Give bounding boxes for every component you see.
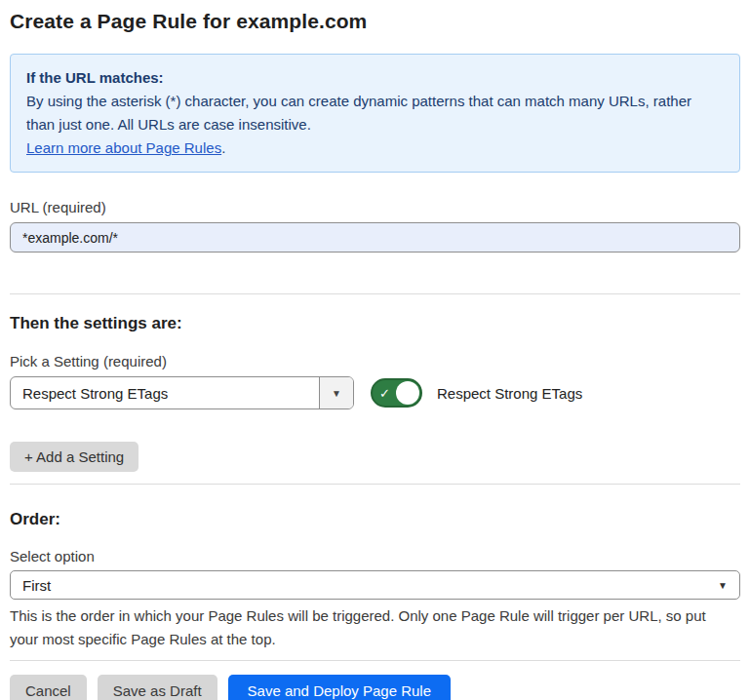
etags-toggle-label: Respect Strong ETags (437, 385, 582, 402)
url-match-info-box: If the URL matches: By using the asteris… (10, 54, 740, 173)
url-field-label: URL (required) (10, 199, 740, 215)
info-box-link-row: Learn more about Page Rules. (26, 136, 724, 160)
setting-combobox[interactable]: Respect Strong ETags ▼ (10, 376, 354, 409)
order-select-label: Select option (10, 548, 740, 564)
save-as-draft-button[interactable]: Save as Draft (98, 675, 217, 700)
info-box-text: By using the asterisk (*) character, you… (26, 93, 691, 133)
order-select[interactable]: First ▼ (10, 570, 740, 600)
cancel-button[interactable]: Cancel (10, 675, 87, 700)
section-divider (10, 484, 740, 485)
settings-section-heading: Then the settings are: (10, 314, 740, 333)
etags-toggle[interactable]: ✓ (371, 378, 422, 408)
add-setting-button[interactable]: + Add a Setting (10, 442, 138, 472)
toggle-knob (396, 381, 419, 405)
chevron-down-icon: ▼ (718, 580, 728, 591)
section-divider (10, 293, 740, 294)
learn-more-link[interactable]: Learn more about Page Rules (26, 139, 221, 156)
page-title: Create a Page Rule for example.com (10, 10, 740, 33)
save-and-deploy-button[interactable]: Save and Deploy Page Rule (228, 675, 451, 700)
order-help-text: This is the order in which your Page Rul… (10, 604, 736, 651)
url-input[interactable] (10, 222, 740, 253)
setting-combobox-arrow-button[interactable]: ▼ (319, 377, 353, 408)
order-select-value: First (22, 577, 51, 594)
footer-actions: Cancel Save as Draft Save and Deploy Pag… (10, 675, 740, 700)
info-box-heading: If the URL matches: (26, 66, 724, 90)
setting-row: Respect Strong ETags ▼ ✓ Respect Strong … (10, 376, 740, 409)
info-box-body: By using the asterisk (*) character, you… (26, 90, 724, 136)
order-section-heading: Order: (10, 510, 740, 529)
link-suffix-period: . (221, 139, 225, 156)
pick-setting-label: Pick a Setting (required) (10, 353, 740, 369)
check-icon: ✓ (379, 387, 390, 400)
setting-combobox-value: Respect Strong ETags (11, 377, 319, 408)
footer-divider (10, 660, 740, 661)
chevron-down-icon: ▼ (332, 388, 341, 399)
